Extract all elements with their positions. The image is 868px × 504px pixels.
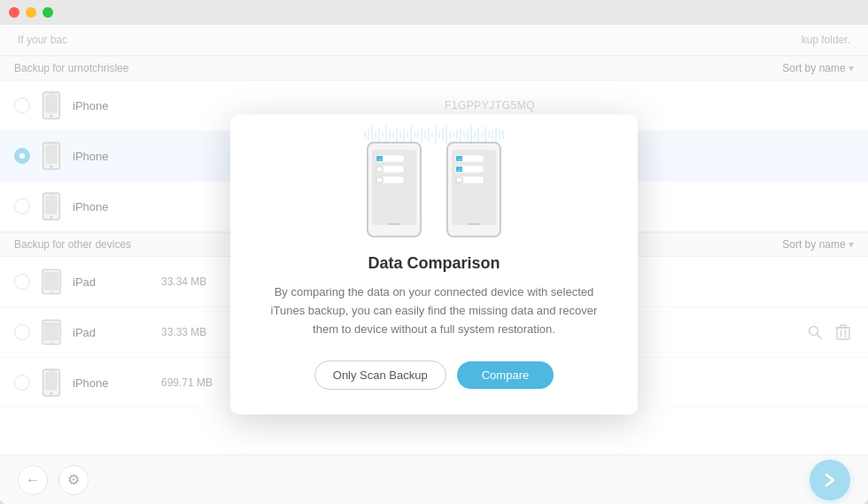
svg-rect-49 [468, 223, 480, 225]
modal-buttons: Only Scan Backup Compare [314, 361, 554, 390]
scan-backup-button[interactable]: Only Scan Backup [314, 361, 446, 390]
compare-button[interactable]: Compare [457, 361, 554, 389]
left-phone-svg: ✓ [363, 141, 425, 238]
titlebar [0, 0, 868, 25]
right-phone-svg: ✓ ✓ [443, 141, 505, 238]
modal-description: By comparing the data on your connected … [266, 283, 602, 338]
close-dot[interactable] [9, 7, 19, 18]
main-content: If your bac kup folder. Backup for urnot… [0, 25, 868, 504]
svg-text:✓: ✓ [458, 167, 461, 173]
phone-illustrations: ✓ ✓ [363, 141, 505, 238]
modal-overlay: ✓ ✓ [0, 25, 868, 504]
svg-text:✓: ✓ [378, 157, 382, 162]
maximize-dot[interactable] [43, 7, 53, 18]
svg-rect-38 [388, 223, 400, 225]
minimize-dot[interactable] [26, 7, 36, 18]
app-window: If your bac kup folder. Backup for urnot… [0, 0, 868, 504]
data-comparison-modal: ✓ ✓ [230, 114, 638, 414]
svg-text:✓: ✓ [458, 157, 461, 162]
modal-title: Data Comparison [368, 254, 500, 273]
